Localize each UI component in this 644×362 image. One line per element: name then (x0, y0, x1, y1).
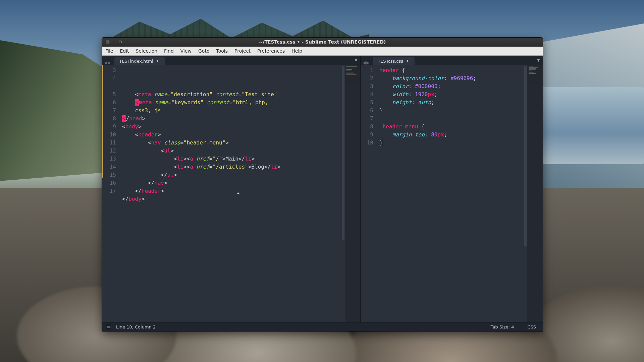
close-icon[interactable] (105, 40, 110, 44)
menu-preferences[interactable]: Preferences (254, 47, 288, 55)
code-line[interactable]: </header> (122, 187, 343, 195)
tabgroup-left: ◀ ▶ TESTindex.html ▼ (102, 56, 361, 65)
line-number: 8 (361, 123, 377, 131)
line-gutter[interactable]: 34567891011121314151617 (103, 65, 119, 322)
line-number: 6 (103, 99, 119, 107)
line-number: 17 (103, 187, 119, 195)
minimap[interactable] (527, 65, 543, 322)
code-line[interactable]: } (379, 139, 543, 147)
line-number: 5 (103, 90, 119, 99)
code-line[interactable] (122, 211, 343, 219)
window-title: ~/TESTcss.css • - Sublime Text (UNREGIST… (102, 39, 543, 45)
line-number: 16 (103, 179, 119, 187)
code-line[interactable]: .header-menu { (379, 123, 543, 131)
editor-pane-left[interactable]: 34567891011121314151617 ↖ <meta name="de… (102, 65, 361, 322)
nav-back-icon[interactable]: ◀ (104, 60, 107, 65)
code-line[interactable]: width: 1920px; (379, 90, 543, 99)
code-line[interactable]: <li><a href="/">Main</li> (122, 155, 343, 163)
line-number: 10 (361, 139, 377, 147)
tab-size[interactable]: Tab Size: 4 (491, 324, 514, 329)
line-number: 8 (103, 115, 119, 123)
line-number: 15 (103, 171, 119, 179)
code-line[interactable]: css3, js" (122, 107, 343, 115)
scrollbar[interactable] (524, 65, 527, 322)
editor-panes: 34567891011121314151617 ↖ <meta name="de… (102, 65, 543, 322)
line-number: 14 (103, 163, 119, 171)
code-line[interactable]: <meta name="keywords" content="html, php… (122, 99, 343, 107)
code-line[interactable]: </ul> (122, 171, 343, 179)
code-line[interactable] (122, 203, 343, 211)
code-line[interactable]: header { (379, 66, 543, 74)
line-number: 4 (361, 90, 377, 99)
tab-testindex[interactable]: TESTindex.html (114, 57, 165, 65)
syntax-mode[interactable]: CSS (527, 324, 536, 329)
line-number: 2 (361, 74, 377, 82)
menu-project[interactable]: Project (231, 47, 254, 55)
code-line[interactable]: <body> (122, 123, 343, 131)
cursor-position[interactable]: Line 10, Column 2 (116, 324, 156, 329)
line-number: 12 (103, 147, 119, 155)
menu-help[interactable]: Help (288, 47, 306, 55)
panel-switch-icon[interactable] (106, 325, 111, 329)
titlebar[interactable]: – ▢ ~/TESTcss.css • - Sublime Text (UNRE… (102, 38, 543, 47)
line-number: 13 (103, 155, 119, 163)
menu-find[interactable]: Find (161, 47, 177, 55)
menu-edit[interactable]: Edit (116, 47, 132, 55)
line-number: 9 (103, 123, 119, 131)
line-number: 6 (361, 107, 377, 115)
menu-goto[interactable]: Goto (195, 47, 213, 55)
code-line[interactable]: </nav> (122, 179, 343, 187)
line-number: 3 (103, 66, 119, 74)
code-line[interactable]: <header> (122, 131, 343, 139)
tab-label: TESTindex.html (119, 59, 153, 64)
code-line[interactable]: background-color: #969696; (379, 74, 543, 82)
code-line[interactable]: <meta name="description" content="Test s… (122, 90, 343, 99)
code-line[interactable]: </head> (122, 115, 343, 123)
minimap[interactable] (345, 65, 360, 322)
line-number: 5 (361, 99, 377, 107)
tab-dropdown-icon[interactable]: ▼ (537, 58, 540, 62)
line-number: 7 (361, 115, 377, 123)
line-number: 10 (103, 131, 119, 139)
text-caret (383, 139, 383, 146)
code-line[interactable] (379, 115, 543, 123)
code-line[interactable]: <ul> (122, 147, 343, 155)
line-number (103, 82, 119, 90)
code-line[interactable]: <li><a href="/articles">Blog</li> (122, 163, 343, 171)
tabgroup-right: ◀ ▶ TESTcss.css ▼ (361, 56, 543, 65)
line-number: 3 (361, 82, 377, 90)
code-line[interactable]: </body> (122, 195, 343, 203)
code-line[interactable]: } (379, 107, 543, 115)
code-area-left[interactable]: ↖ <meta name="description" content="Test… (119, 65, 360, 322)
tab-bars: ◀ ▶ TESTindex.html ▼ ◀ ▶ TESTcss.css ▼ (102, 56, 543, 65)
menu-tools[interactable]: Tools (213, 47, 231, 55)
code-line[interactable]: margin-top: 80px; (379, 131, 543, 139)
minimize-icon[interactable]: – (113, 40, 115, 44)
tab-testcss[interactable]: TESTcss.css (373, 57, 415, 65)
editor-pane-right[interactable]: 12345678910 header { background-color: #… (361, 65, 543, 322)
code-line[interactable]: color: #000000; (379, 82, 543, 90)
menu-file[interactable]: File (102, 47, 116, 55)
line-number: 7 (103, 107, 119, 115)
sublime-window: – ▢ ~/TESTcss.css • - Sublime Text (UNRE… (102, 37, 543, 331)
scrollbar[interactable] (341, 65, 345, 322)
code-area-right[interactable]: header { background-color: #969696; colo… (377, 65, 543, 322)
maximize-icon[interactable]: ▢ (119, 40, 122, 44)
menu-selection[interactable]: Selection (132, 47, 161, 55)
line-gutter[interactable]: 12345678910 (361, 65, 377, 322)
code-line[interactable]: height: auto; (379, 99, 543, 107)
line-number: 9 (361, 131, 377, 139)
line-number: 11 (103, 139, 119, 147)
line-number: 1 (361, 66, 377, 74)
code-line[interactable]: <nav class="header-menu"> (122, 139, 343, 147)
tab-label: TESTcss.css (378, 59, 403, 64)
nav-fwd-icon[interactable]: ▶ (366, 60, 369, 65)
statusbar: Line 10, Column 2 Tab Size: 4 CSS (102, 322, 543, 331)
menubar: FileEditSelectionFindViewGotoToolsProjec… (102, 47, 543, 56)
tab-dropdown-icon[interactable]: ▼ (355, 58, 358, 62)
menu-view[interactable]: View (177, 47, 195, 55)
nav-back-icon[interactable]: ◀ (363, 60, 366, 65)
line-number: 4 (103, 74, 119, 82)
nav-fwd-icon[interactable]: ▶ (108, 60, 111, 65)
